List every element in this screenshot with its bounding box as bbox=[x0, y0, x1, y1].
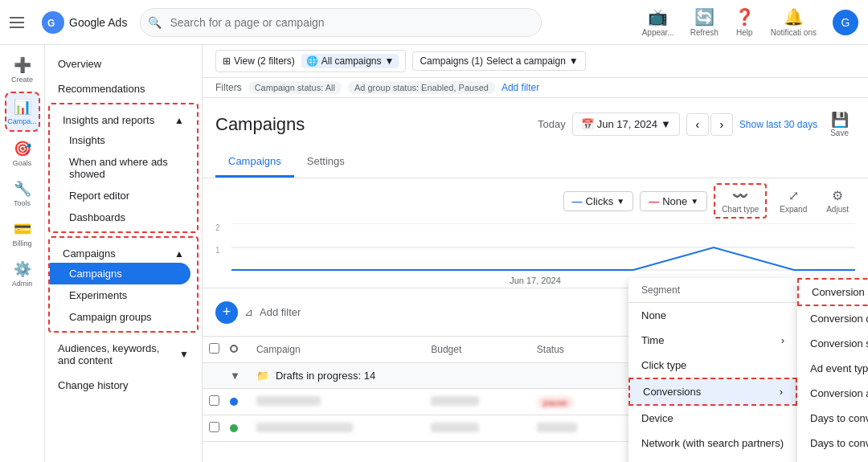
segment-item-conversions[interactable]: Conversions › bbox=[628, 378, 797, 406]
conversions-arrow-icon: › bbox=[780, 386, 783, 398]
help-button[interactable]: ❓ Help bbox=[735, 7, 755, 37]
tools-icon: 🔧 bbox=[14, 180, 31, 198]
date-prev-button[interactable]: ‹ bbox=[686, 113, 709, 136]
sidebar-item-overview[interactable]: Overview bbox=[45, 51, 202, 76]
conversion-item-new-returning[interactable]: New vs. returning customers bbox=[797, 456, 868, 462]
select-all-checkbox[interactable] bbox=[209, 343, 219, 354]
ad-group-status-chip: Ad group status: Enabled, Paused bbox=[348, 81, 495, 94]
metric1-btn[interactable]: — Clicks ▼ bbox=[563, 191, 634, 211]
conversion-dropdown-header: Conversion action bbox=[797, 278, 868, 306]
sidebar-icon-admin[interactable]: ⚙️ Admin bbox=[5, 256, 40, 292]
filter-bar: Filters Campaign status: All Ad group st… bbox=[203, 78, 868, 98]
filter-icon-button[interactable]: ⊿ bbox=[244, 306, 253, 318]
refresh-button[interactable]: 🔄 Refresh bbox=[690, 7, 719, 37]
campaign-select[interactable]: Campaigns (1) Select a campaign ▼ bbox=[412, 51, 585, 71]
conversion-item-source[interactable]: Conversion source bbox=[797, 331, 868, 356]
sidebar-item-experiments[interactable]: Experiments bbox=[50, 284, 197, 306]
date-value: Jun 17, 2024 bbox=[597, 118, 657, 130]
metric2-btn[interactable]: — None ▼ bbox=[640, 191, 707, 211]
campaigns-section-header[interactable]: Campaigns ▲ bbox=[50, 241, 197, 263]
appearances-button[interactable]: 📺 Appear... bbox=[642, 7, 674, 37]
google-ads-logo: G Google Ads bbox=[42, 11, 127, 34]
save-label: Save bbox=[830, 129, 849, 137]
show-last-label[interactable]: Show last 30 days bbox=[739, 119, 817, 130]
sidebar-item-dashboards[interactable]: Dashboards bbox=[50, 206, 197, 228]
add-filter-link[interactable]: Add filter bbox=[502, 82, 539, 93]
sidebar-item-change-history[interactable]: Change history bbox=[45, 373, 202, 398]
row-checkbox-1[interactable] bbox=[209, 395, 219, 406]
admin-label: Admin bbox=[12, 280, 33, 288]
conversion-item-category[interactable]: Conversion category bbox=[797, 306, 868, 331]
conversion-item-adjustment[interactable]: Conversion adjustment bbox=[797, 381, 868, 406]
add-filter-button[interactable]: Add filter bbox=[260, 306, 301, 318]
sidebar-item-campaigns-active[interactable]: Campaigns bbox=[50, 263, 190, 284]
segment-item-network[interactable]: Network (with search partners) bbox=[628, 431, 797, 456]
date-picker-btn[interactable]: 📅 Jun 17, 2024 ▼ bbox=[572, 112, 680, 136]
sidebar-icon-create[interactable]: ➕ Create bbox=[5, 51, 40, 88]
search-wrap: 🔍 bbox=[140, 8, 542, 37]
hamburger-menu[interactable] bbox=[10, 13, 29, 32]
insights-section-header[interactable]: Insights and reports ▲ bbox=[50, 108, 197, 129]
avatar[interactable]: G bbox=[833, 10, 858, 35]
save-button[interactable]: 💾 Save bbox=[824, 108, 855, 141]
goals-label: Goals bbox=[13, 159, 32, 167]
conversion-item-days[interactable]: Days to conversion bbox=[797, 406, 868, 431]
expand-icon: ⤢ bbox=[788, 188, 799, 203]
date-next-button[interactable]: › bbox=[710, 113, 733, 136]
view-filter-label: View (2 filters) bbox=[234, 55, 295, 67]
conversion-item-ad-event[interactable]: Ad event type bbox=[797, 356, 868, 381]
row-checkbox-2[interactable] bbox=[209, 422, 219, 432]
logo-text: Google Ads bbox=[69, 16, 127, 29]
create-label: Create bbox=[11, 76, 33, 84]
chart-type-label: Chart type bbox=[722, 205, 759, 214]
conversion-item-days-adjustment[interactable]: Days to conversion or adjustment bbox=[797, 431, 868, 456]
notifications-button[interactable]: 🔔 Notificati ons bbox=[771, 7, 817, 37]
date-today-label: Today bbox=[538, 118, 566, 130]
sidebar-icon-goals[interactable]: 🎯 Goals bbox=[5, 135, 40, 172]
th-status-col[interactable]: Status bbox=[524, 337, 618, 363]
segment-dropdown[interactable]: Segment None Time › Click type Conversio… bbox=[628, 278, 797, 462]
sidebar-item-campaign-groups[interactable]: Campaign groups bbox=[50, 306, 197, 328]
search-input[interactable] bbox=[140, 8, 542, 37]
chart-svg bbox=[231, 223, 855, 272]
segment-item-none[interactable]: None bbox=[628, 303, 797, 328]
sidebar-item-report-editor[interactable]: Report editor bbox=[50, 185, 197, 206]
tab-campaigns[interactable]: Campaigns bbox=[215, 147, 294, 178]
time-arrow-icon: › bbox=[781, 334, 784, 346]
segment-dropdown-header: Segment bbox=[628, 278, 797, 303]
sidebar-item-when-where-ads[interactable]: When and where ads showed bbox=[50, 151, 197, 185]
topbar: G Google Ads 🔍 📺 Appear... 🔄 Refresh ❓ H… bbox=[0, 0, 868, 45]
sidebar-icon-tools[interactable]: 🔧 Tools bbox=[5, 175, 40, 212]
sidebar-item-audiences[interactable]: Audiences, keywords, and content ▼ bbox=[45, 336, 202, 373]
chart-type-action[interactable]: 〰️ Chart type bbox=[714, 183, 767, 219]
page-header: Campaigns Today 📅 Jun 17, 2024 ▼ ‹ › Sho… bbox=[203, 98, 868, 141]
add-row-button[interactable]: + bbox=[215, 301, 238, 324]
sidebar-item-insights[interactable]: Insights bbox=[50, 129, 197, 151]
adjust-label: Adjust bbox=[826, 205, 849, 214]
th-campaign[interactable]: Campaign bbox=[244, 337, 418, 363]
metric1-chevron-icon: ▼ bbox=[616, 197, 624, 206]
sidebar-icon-billing[interactable]: 💳 Billing bbox=[5, 215, 40, 252]
campaign-select-chevron: ▼ bbox=[569, 55, 579, 67]
expand-chevron-icon[interactable]: ▼ bbox=[230, 370, 240, 382]
segment-item-time[interactable]: Time › bbox=[628, 328, 797, 353]
conversion-dropdown[interactable]: Conversion action Conversion category Co… bbox=[797, 278, 868, 462]
view-filter[interactable]: ⊞ View (2 filters) 🌐 All campaigns ▼ bbox=[215, 50, 406, 72]
segment-item-click-type[interactable]: Click type bbox=[628, 353, 797, 378]
all-campaigns-select[interactable]: 🌐 All campaigns ▼ bbox=[301, 54, 399, 68]
sidebar-item-recommendations[interactable]: Recommendations bbox=[45, 76, 202, 101]
search-icon: 🔍 bbox=[148, 16, 162, 29]
segment-item-top-other[interactable]: Top vs. Other bbox=[628, 456, 797, 462]
tab-settings[interactable]: Settings bbox=[294, 147, 358, 178]
th-budget[interactable]: Budget bbox=[418, 337, 524, 363]
segment-item-device[interactable]: Device bbox=[628, 406, 797, 431]
adjust-action[interactable]: ⚙ Adjust bbox=[820, 185, 855, 217]
insights-section: Insights and reports ▲ Insights When and… bbox=[48, 103, 199, 233]
svg-text:G: G bbox=[47, 18, 55, 29]
expand-action[interactable]: ⤢ Expand bbox=[773, 185, 813, 217]
campaign-status-chip: Campaign status: All bbox=[248, 81, 342, 94]
appearances-icon: 📺 bbox=[648, 7, 668, 27]
sidebar-icon-campaigns[interactable]: 📊 Campa... bbox=[5, 92, 40, 132]
appearances-label: Appear... bbox=[642, 28, 674, 37]
expand-label: Expand bbox=[780, 205, 807, 214]
